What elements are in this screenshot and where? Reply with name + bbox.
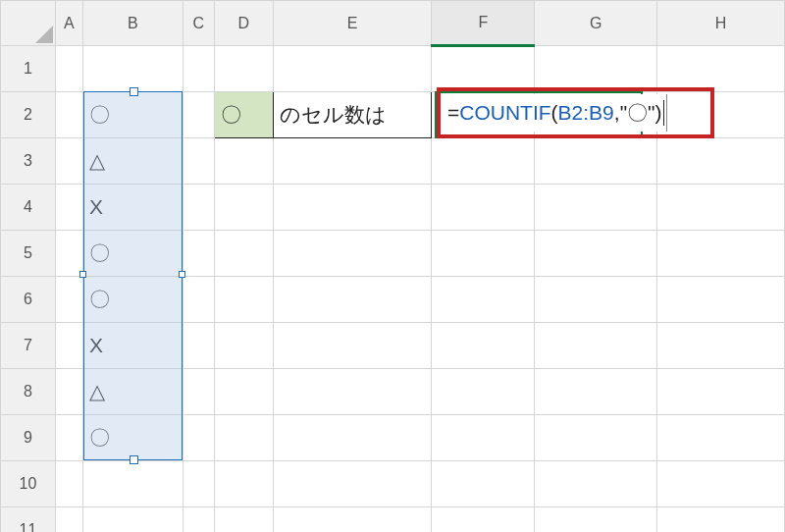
cell-D9[interactable]	[214, 415, 273, 461]
col-header-E[interactable]: E	[273, 1, 432, 46]
cell-E4[interactable]	[273, 185, 432, 231]
cell-H11[interactable]	[657, 507, 785, 533]
cell-G11[interactable]	[535, 507, 657, 533]
cell-E3[interactable]	[273, 138, 432, 185]
cell-G10[interactable]	[535, 461, 657, 507]
range-handle-right[interactable]	[179, 271, 185, 278]
row-header-6[interactable]: 6	[1, 277, 56, 323]
cell-H7[interactable]	[657, 323, 785, 369]
cell-C3[interactable]	[183, 138, 214, 185]
cell-H5[interactable]	[657, 231, 785, 277]
cell-D11[interactable]	[214, 507, 273, 533]
cell-E9[interactable]	[273, 415, 432, 461]
cell-E11[interactable]	[273, 507, 432, 533]
cell-F10[interactable]	[432, 461, 535, 507]
cell-B6[interactable]: 〇	[82, 277, 183, 323]
row-header-1[interactable]: 1	[1, 46, 56, 92]
cell-A9[interactable]	[55, 415, 82, 461]
cell-B1[interactable]	[82, 46, 183, 92]
cell-A5[interactable]	[55, 231, 82, 277]
cell-C10[interactable]	[183, 461, 214, 507]
cell-E2[interactable]: のセル数は	[273, 92, 432, 138]
cell-H4[interactable]	[657, 185, 785, 231]
cell-C9[interactable]	[183, 415, 214, 461]
cell-G3[interactable]	[535, 138, 657, 185]
row-header-7[interactable]: 7	[1, 323, 56, 369]
cell-B2[interactable]: 〇	[82, 92, 183, 138]
cell-G8[interactable]	[535, 369, 657, 415]
range-handle-left[interactable]	[79, 271, 86, 278]
select-all-corner[interactable]	[1, 1, 56, 46]
col-header-F[interactable]: F	[432, 1, 535, 46]
row-header-5[interactable]: 5	[1, 231, 56, 277]
formula-editor[interactable]: =COUNTIF(B2:B9,"〇")	[445, 94, 667, 132]
row-header-4[interactable]: 4	[1, 185, 56, 231]
cell-B8[interactable]: △	[82, 369, 183, 415]
cell-H8[interactable]	[657, 369, 785, 415]
cell-H3[interactable]	[657, 138, 785, 185]
cell-E10[interactable]	[273, 461, 432, 507]
cell-C8[interactable]	[183, 369, 214, 415]
cell-G6[interactable]	[535, 277, 657, 323]
cell-D8[interactable]	[214, 369, 273, 415]
cell-E5[interactable]	[273, 231, 432, 277]
cell-F5[interactable]	[432, 231, 535, 277]
cell-F4[interactable]	[432, 185, 535, 231]
col-header-C[interactable]: C	[183, 1, 214, 46]
cell-C11[interactable]	[183, 507, 214, 533]
cell-G1[interactable]	[535, 46, 657, 92]
cell-G4[interactable]	[535, 185, 657, 231]
row-header-3[interactable]: 3	[1, 138, 56, 185]
cell-A3[interactable]	[55, 138, 82, 185]
row-header-9[interactable]: 9	[1, 415, 56, 461]
cell-H6[interactable]	[657, 277, 785, 323]
cell-E1[interactable]	[273, 46, 432, 92]
cell-B3[interactable]: △	[82, 138, 183, 185]
cell-D7[interactable]	[214, 323, 273, 369]
cell-E6[interactable]	[273, 277, 432, 323]
cell-B5[interactable]: 〇	[82, 231, 183, 277]
cell-C6[interactable]	[183, 277, 214, 323]
row-header-11[interactable]: 11	[1, 507, 56, 533]
cell-D6[interactable]	[214, 277, 273, 323]
cell-H2[interactable]	[657, 92, 785, 138]
cell-G9[interactable]	[535, 415, 657, 461]
cell-G5[interactable]	[535, 231, 657, 277]
cell-B9[interactable]: 〇	[82, 415, 183, 461]
spreadsheet-grid[interactable]: A B C D E F G H 1 2 〇 〇 のセル数は 3 △	[0, 0, 785, 532]
cell-A8[interactable]	[55, 369, 82, 415]
cell-F9[interactable]	[432, 415, 535, 461]
cell-D2[interactable]: 〇	[214, 92, 273, 138]
cell-A6[interactable]	[55, 277, 82, 323]
cell-F1[interactable]	[432, 46, 535, 92]
cell-A1[interactable]	[55, 46, 82, 92]
cell-D1[interactable]	[214, 46, 273, 92]
col-header-D[interactable]: D	[214, 1, 273, 46]
cell-C2[interactable]	[183, 92, 214, 138]
cell-A4[interactable]	[55, 185, 82, 231]
cell-A7[interactable]	[55, 323, 82, 369]
cell-D4[interactable]	[214, 185, 273, 231]
cell-F3[interactable]	[432, 138, 535, 185]
cell-B11[interactable]	[82, 507, 183, 533]
cell-G7[interactable]	[535, 323, 657, 369]
cell-B7[interactable]: X	[82, 323, 183, 369]
cell-B10[interactable]	[82, 461, 183, 507]
col-header-A[interactable]: A	[55, 1, 82, 46]
cell-E7[interactable]	[273, 323, 432, 369]
col-header-H[interactable]: H	[657, 1, 785, 46]
row-header-2[interactable]: 2	[1, 92, 56, 138]
cell-D5[interactable]	[214, 231, 273, 277]
cell-H10[interactable]	[657, 461, 785, 507]
cell-A2[interactable]	[55, 92, 82, 138]
cell-H1[interactable]	[657, 46, 785, 92]
cell-H9[interactable]	[657, 415, 785, 461]
cell-B4[interactable]: X	[82, 185, 183, 231]
cell-C4[interactable]	[183, 185, 214, 231]
cell-E8[interactable]	[273, 369, 432, 415]
cell-C5[interactable]	[183, 231, 214, 277]
cell-A11[interactable]	[55, 507, 82, 533]
cell-D3[interactable]	[214, 138, 273, 185]
row-header-10[interactable]: 10	[1, 461, 56, 507]
col-header-B[interactable]: B	[82, 1, 183, 46]
